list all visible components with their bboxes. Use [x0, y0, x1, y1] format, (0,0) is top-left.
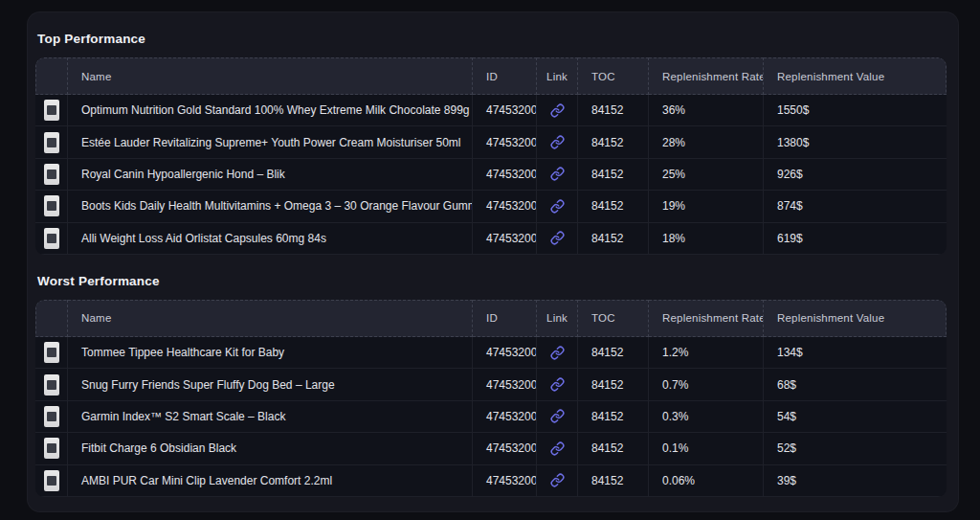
product-id-cell: 47453200 [473, 95, 537, 126]
link-icon [550, 441, 565, 456]
product-thumbnail-image [44, 342, 59, 363]
thumbnail-cell [35, 191, 68, 222]
product-link[interactable] [546, 374, 568, 396]
product-link[interactable] [546, 195, 568, 216]
replenishment-rate-cell: 36% [649, 95, 764, 126]
column-header-toc: TOC [578, 300, 649, 337]
thumbnail-cell [35, 433, 68, 464]
replenishment-value-cell: 1550$ [764, 95, 947, 126]
table-row: Estée Lauder Revitalizing Supreme+ Youth… [35, 126, 947, 158]
product-thumbnail-image [44, 195, 59, 216]
product-name-cell: Estée Lauder Revitalizing Supreme+ Youth… [68, 126, 473, 158]
product-id-cell: 47453200 [473, 465, 537, 497]
product-link[interactable] [546, 132, 568, 153]
product-id-cell: 47453200 [473, 191, 537, 222]
toc-cell: 84152 [578, 159, 649, 191]
column-header-replenishment-rate: Replenishment Rate [649, 57, 764, 95]
table-row: Snug Furry Friends Super Fluffy Dog Bed … [35, 369, 947, 400]
link-cell [537, 433, 578, 464]
link-cell [537, 95, 578, 126]
thumbnail-cell [35, 369, 68, 400]
link-icon [550, 103, 565, 118]
link-cell [537, 369, 578, 400]
link-icon [550, 377, 565, 392]
toc-cell: 84152 [578, 126, 649, 158]
product-id-cell: 47453200 [473, 433, 537, 464]
toc-cell: 84152 [578, 465, 649, 497]
table-row: Garmin Index™ S2 Smart Scale – Black4745… [35, 401, 947, 433]
link-icon [550, 135, 565, 149]
product-id-cell: 47453200 [473, 369, 537, 400]
thumbnail-cell [35, 95, 68, 126]
worst-performance-title: Worst Performance [37, 274, 958, 288]
link-icon [550, 473, 565, 487]
column-header-name: Name [68, 300, 473, 337]
link-cell [537, 465, 578, 497]
product-link[interactable] [546, 164, 568, 185]
column-header-id: ID [473, 57, 537, 95]
replenishment-value-cell: 619$ [764, 223, 947, 255]
toc-cell: 84152 [578, 401, 649, 433]
column-header-link: Link [537, 300, 578, 337]
product-name-cell: Snug Furry Friends Super Fluffy Dog Bed … [68, 369, 473, 400]
product-id-cell: 47453200 [473, 126, 537, 158]
link-cell [537, 337, 578, 369]
link-cell [537, 191, 578, 222]
replenishment-value-cell: 52$ [764, 433, 947, 464]
table-row: Boots Kids Daily Health Multivitamins + … [35, 191, 947, 222]
link-icon [550, 167, 565, 181]
replenishment-value-cell: 54$ [764, 401, 947, 433]
thumbnail-cell [35, 401, 68, 433]
column-header-replenishment-value: Replenishment Value [764, 57, 947, 95]
product-name-cell: Garmin Index™ S2 Smart Scale – Black [68, 401, 473, 433]
column-header-name: Name [68, 57, 473, 95]
product-thumbnail-image [44, 374, 59, 396]
product-thumbnail-image [44, 228, 59, 249]
table-row: Optimum Nutrition Gold Standard 100% Whe… [35, 95, 947, 126]
thumbnail-cell [35, 337, 68, 369]
toc-cell: 84152 [578, 337, 649, 369]
top-performance-table: NameIDLinkTOCReplenishment RateReplenish… [35, 57, 947, 255]
replenishment-rate-cell: 28% [649, 126, 764, 158]
performance-dashboard-card: Top Performance NameIDLinkTOCReplenishme… [27, 11, 959, 512]
link-cell [537, 401, 578, 433]
worst-performance-table: NameIDLinkTOCReplenishment RateReplenish… [35, 300, 947, 497]
column-header-id: ID [473, 300, 537, 337]
thumbnail-cell [35, 159, 68, 191]
replenishment-value-cell: 926$ [764, 159, 947, 191]
replenishment-rate-cell: 18% [649, 223, 764, 255]
product-name-cell: Royal Canin Hypoallergenic Hond – Blik [68, 159, 473, 191]
thumbnail-cell [35, 126, 68, 158]
column-header-replenishment-value: Replenishment Value [764, 300, 947, 337]
replenishment-value-cell: 134$ [764, 337, 947, 369]
table-row: AMBI PUR Car Mini Clip Lavender Comfort … [35, 465, 947, 497]
link-cell [537, 159, 578, 191]
table-row: Fitbit Charge 6 Obsidian Black4745320084… [35, 433, 947, 464]
thumbnail-cell [35, 465, 68, 497]
link-icon [550, 199, 565, 214]
product-link[interactable] [546, 406, 568, 427]
replenishment-value-cell: 874$ [764, 191, 947, 222]
product-id-cell: 47453200 [473, 159, 537, 191]
product-link[interactable] [546, 438, 568, 459]
product-thumbnail-image [44, 438, 59, 459]
product-link[interactable] [546, 470, 568, 491]
replenishment-rate-cell: 25% [649, 159, 764, 191]
link-icon [550, 409, 565, 423]
product-link[interactable] [546, 342, 568, 363]
product-id-cell: 47453200 [473, 337, 537, 369]
replenishment-rate-cell: 0.06% [649, 465, 764, 497]
product-link[interactable] [546, 100, 568, 121]
table-row: Alli Weight Loss Aid Orlistat Capsules 6… [35, 223, 947, 255]
replenishment-value-cell: 68$ [764, 369, 947, 400]
replenishment-value-cell: 39$ [764, 465, 947, 497]
product-link[interactable] [546, 228, 568, 249]
replenishment-value-cell: 1380$ [764, 126, 947, 158]
product-thumbnail-image [44, 406, 59, 427]
product-thumbnail-image [44, 164, 59, 185]
product-name-cell: Alli Weight Loss Aid Orlistat Capsules 6… [68, 223, 473, 255]
replenishment-rate-cell: 0.3% [649, 401, 764, 433]
thumbnail-cell [35, 223, 68, 255]
toc-cell: 84152 [578, 95, 649, 126]
link-icon [550, 346, 565, 360]
